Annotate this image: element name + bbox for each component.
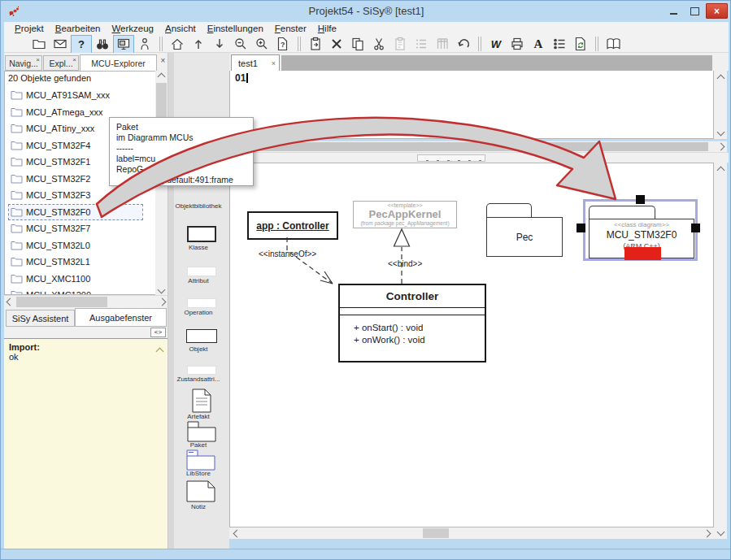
uml-template-box[interactable]: <<template>> PecAppKernel (from package … xyxy=(353,201,457,228)
menu-bearbeiten[interactable]: Bearbeiten xyxy=(50,23,107,34)
mail-button[interactable] xyxy=(50,35,71,54)
document-help-button[interactable]: ? xyxy=(272,35,294,54)
close-tab-icon[interactable]: × xyxy=(36,56,40,63)
refresh-document-button[interactable] xyxy=(570,35,591,54)
editor-hscrollbar[interactable] xyxy=(229,141,727,153)
print-button[interactable] xyxy=(507,35,528,54)
diagram-hscrollbar[interactable] xyxy=(229,527,714,539)
tree-item[interactable]: MCU_STM32F3 xyxy=(8,187,143,204)
scroll-thumb[interactable] xyxy=(16,297,107,307)
folder-icon xyxy=(11,141,23,150)
chevron-right-icon[interactable] xyxy=(716,143,724,151)
tab-sisy-assistent[interactable]: SiSy Assistent xyxy=(6,310,75,327)
font-button[interactable]: A xyxy=(528,35,549,54)
menu-hilfe[interactable]: Hilfe xyxy=(312,23,342,34)
menu-einstellungen[interactable]: Einstellungen xyxy=(202,23,269,34)
chevron-up-icon[interactable] xyxy=(716,166,724,174)
tab-label: Navig... xyxy=(9,59,38,68)
palette-item-label: Paket xyxy=(168,441,229,449)
zoom-out-button[interactable] xyxy=(230,35,251,54)
tree-item[interactable]: MCU_STM32L0 xyxy=(8,237,143,254)
table-view-button[interactable] xyxy=(432,35,453,54)
scroll-thumb[interactable] xyxy=(232,142,708,151)
uml-instance-box[interactable]: app : Controller xyxy=(247,211,338,240)
minimize-button[interactable] xyxy=(664,3,683,19)
output-window[interactable]: Import: ok xyxy=(4,338,168,549)
copy-button[interactable] xyxy=(347,35,368,54)
tree-hscrollbar[interactable] xyxy=(4,295,168,307)
chevron-up-icon[interactable] xyxy=(716,74,724,82)
maximize-button[interactable] xyxy=(685,3,704,19)
help-icon: ? xyxy=(78,38,85,50)
folder-icon xyxy=(11,241,23,250)
selection-handle-right[interactable] xyxy=(691,224,700,232)
menu-ansicht[interactable]: Ansicht xyxy=(159,23,202,34)
chevron-left-icon[interactable] xyxy=(233,529,241,537)
diagram-vscrollbar[interactable] xyxy=(714,163,727,539)
tab-navigation[interactable]: Navig... × xyxy=(5,55,42,71)
tree-item-selected[interactable]: MCU_STM32F0 xyxy=(8,204,143,221)
navigate-up-button[interactable] xyxy=(188,35,209,54)
close-tab-icon[interactable]: × xyxy=(272,59,276,67)
diagram-view-button[interactable] xyxy=(113,35,134,54)
chevron-left-icon[interactable] xyxy=(6,298,14,306)
tab-test1[interactable]: test1 × xyxy=(231,54,280,71)
list-view-button[interactable] xyxy=(411,35,432,54)
new-document-button[interactable] xyxy=(7,35,28,54)
tree-item[interactable]: MCU_STM32L1 xyxy=(8,254,143,271)
palette-item-klasse[interactable] xyxy=(187,226,216,242)
tree-item[interactable]: MCU_XMC1200 xyxy=(8,287,143,295)
tree-item[interactable]: MCU_STM32F7 xyxy=(8,220,143,237)
palette-item-objekt[interactable] xyxy=(186,329,217,343)
word-export-button[interactable]: W xyxy=(485,35,507,54)
selection-handle-top[interactable] xyxy=(636,195,645,204)
code-editor-pane[interactable]: 01 xyxy=(229,71,714,139)
splitter-grip[interactable] xyxy=(417,154,485,162)
pec-package[interactable]: Pec xyxy=(486,217,563,257)
tree-item[interactable]: MCU_XMC1100 xyxy=(8,271,143,288)
delete-button[interactable] xyxy=(326,35,347,54)
selection-handle-left[interactable] xyxy=(577,224,585,232)
palette-item-operation[interactable] xyxy=(187,298,216,308)
help-button[interactable]: ? xyxy=(71,35,92,54)
paste-import-button[interactable] xyxy=(305,35,326,54)
close-panel-icon[interactable]: × xyxy=(159,56,168,65)
palette-item-attribut[interactable] xyxy=(187,267,216,276)
search-button[interactable] xyxy=(92,35,113,54)
zoom-in-button[interactable] xyxy=(251,35,272,54)
palette-item-artefakt[interactable] xyxy=(192,389,211,416)
undo-button[interactable] xyxy=(453,35,474,54)
scroll-thumb[interactable] xyxy=(423,528,449,538)
expand-output-button[interactable]: <> xyxy=(150,328,166,337)
editor-vscrollbar[interactable] xyxy=(714,71,727,139)
tab-mcu-explorer[interactable]: MCU-Explorer xyxy=(80,54,157,72)
window-left-frame xyxy=(1,53,4,549)
chevron-down-icon[interactable] xyxy=(716,527,724,536)
menu-fenster[interactable]: Fenster xyxy=(269,23,312,34)
cut-button[interactable] xyxy=(368,35,389,54)
bullet-list-button[interactable] xyxy=(549,35,570,54)
chevron-down-icon[interactable] xyxy=(716,128,724,136)
tree-item[interactable]: MCU_AT91SAM_xxx xyxy=(8,87,143,104)
paste-button[interactable] xyxy=(389,35,411,54)
menu-projekt[interactable]: Projekt xyxy=(9,23,50,34)
tab-ausgabefenster[interactable]: Ausgabefenster xyxy=(75,308,167,327)
menu-werkzeug[interactable]: Werkzeug xyxy=(106,23,159,34)
object-info-button[interactable] xyxy=(134,35,155,54)
palette-item-zustandsattribut[interactable] xyxy=(187,366,216,375)
palette-item-notiz[interactable] xyxy=(186,480,215,506)
home-button[interactable] xyxy=(167,35,188,54)
chevron-up-icon[interactable] xyxy=(158,72,166,80)
chevron-right-icon[interactable] xyxy=(158,298,166,306)
close-tab-icon[interactable]: × xyxy=(72,56,76,63)
manual-button[interactable] xyxy=(603,35,624,54)
chevron-down-icon[interactable] xyxy=(158,285,166,293)
mcu-package-name: MCU_STM32F0 xyxy=(590,229,694,241)
close-button[interactable]: × xyxy=(706,3,728,19)
open-project-button[interactable] xyxy=(28,35,50,54)
chevron-right-icon[interactable] xyxy=(703,529,711,537)
navigate-down-button[interactable] xyxy=(209,35,230,54)
uml-class-box[interactable]: Controller + onStart() : void + onWork()… xyxy=(338,284,486,362)
tab-explorer[interactable]: Expl... × xyxy=(43,55,79,71)
title-bar[interactable]: Projekt54 - SiSy® [test1] × xyxy=(1,1,731,22)
